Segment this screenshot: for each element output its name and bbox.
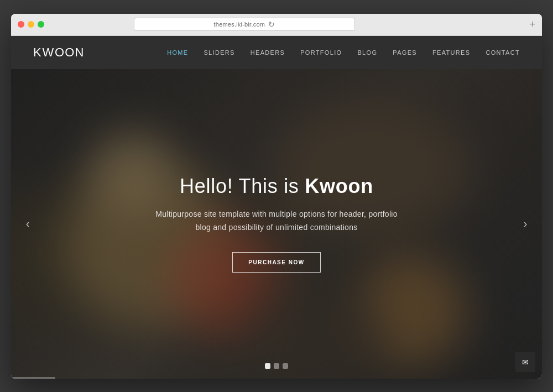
mail-button[interactable]: ✉ bbox=[515, 352, 535, 372]
slider-next-button[interactable]: › bbox=[515, 214, 535, 234]
url-text: themes.iki-bir.com bbox=[214, 21, 265, 28]
site-nav: HOME SLIDERS HEADERS PORTFOLIO BLOG PAGE… bbox=[167, 49, 520, 56]
chevron-left-icon: ‹ bbox=[26, 217, 30, 230]
hero-title-bold: Kwoon bbox=[305, 175, 373, 197]
nav-item-contact[interactable]: CONTACT bbox=[486, 49, 520, 56]
mail-icon: ✉ bbox=[522, 358, 529, 367]
nav-item-sliders[interactable]: SLIDERS bbox=[204, 49, 234, 56]
hero-title: Hello! This is Kwoon bbox=[155, 175, 398, 198]
traffic-lights bbox=[18, 21, 44, 28]
nav-item-home[interactable]: HOME bbox=[167, 49, 188, 56]
maximize-button[interactable] bbox=[38, 21, 44, 28]
slider-dot-1[interactable] bbox=[265, 363, 270, 369]
scrollbar bbox=[11, 377, 55, 379]
slider-dot-2[interactable] bbox=[274, 363, 279, 369]
website-content: KWooN HOME SLIDERS HEADERS PORTFOLIO BLO… bbox=[11, 36, 542, 379]
hero-title-prefix: Hello! This is bbox=[180, 175, 305, 197]
minimize-button[interactable] bbox=[28, 21, 34, 28]
new-tab-button[interactable]: + bbox=[529, 19, 535, 29]
address-bar[interactable]: themes.iki-bir.com ↻ bbox=[134, 18, 355, 31]
browser-chrome: themes.iki-bir.com ↻ + bbox=[11, 14, 542, 36]
hero-subtitle: Multipurpose site template with multiple… bbox=[155, 208, 398, 234]
browser-window: themes.iki-bir.com ↻ + KWooN HOME SLIDER… bbox=[11, 14, 542, 379]
nav-item-headers[interactable]: HEADERS bbox=[251, 49, 285, 56]
nav-item-features[interactable]: FEATURES bbox=[432, 49, 470, 56]
purchase-now-button[interactable]: PURCHASE NOW bbox=[232, 252, 320, 273]
site-logo: KWooN bbox=[33, 45, 85, 60]
nav-item-pages[interactable]: PAGES bbox=[393, 49, 417, 56]
slider-dots bbox=[265, 363, 288, 369]
slider-dot-3[interactable] bbox=[283, 363, 288, 369]
nav-item-blog[interactable]: BLOG bbox=[357, 49, 377, 56]
site-header: KWooN HOME SLIDERS HEADERS PORTFOLIO BLO… bbox=[11, 36, 542, 69]
chevron-right-icon: › bbox=[524, 217, 528, 230]
reload-icon[interactable]: ↻ bbox=[268, 20, 275, 29]
nav-item-portfolio[interactable]: PORTFOLIO bbox=[300, 49, 342, 56]
close-button[interactable] bbox=[18, 21, 24, 28]
hero-content: Hello! This is Kwoon Multipurpose site t… bbox=[133, 175, 420, 273]
hero-section: ‹ Hello! This is Kwoon Multipurpose site… bbox=[11, 69, 542, 379]
slider-prev-button[interactable]: ‹ bbox=[18, 214, 38, 234]
